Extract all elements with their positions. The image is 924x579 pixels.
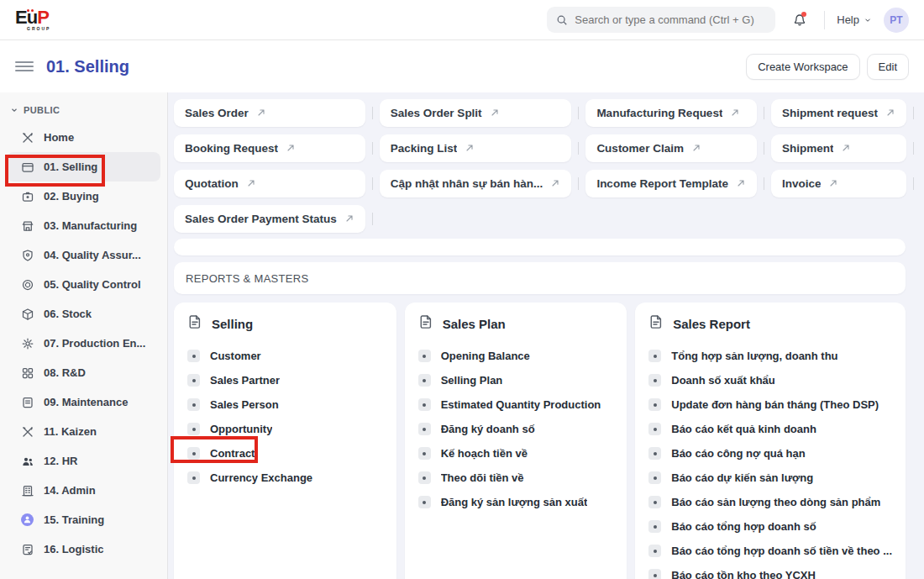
building-icon (20, 483, 34, 497)
link-currency-exchange[interactable]: Currency Exchange (187, 466, 383, 490)
reports-masters-header: REPORTS & MASTERS (174, 262, 906, 294)
search-input[interactable] (575, 13, 766, 26)
link-k-ho-ch-ti-n-v[interactable]: Kế hoạch tiền về (418, 441, 614, 466)
sidebar-item-06-stock[interactable]: 06. Stock (7, 299, 160, 329)
link-customer[interactable]: Customer (187, 344, 383, 368)
link-contract[interactable]: Contract (187, 441, 383, 466)
link-label: Sales Person (210, 398, 279, 411)
bullet-icon (648, 447, 661, 460)
sidebar-item-04-quality-assur[interactable]: 04. Quality Assur... (7, 240, 160, 270)
sidebar-item-label: 01. Selling (44, 161, 97, 173)
sidebar-item-03-manufacturing[interactable]: 03. Manufacturing (7, 211, 160, 240)
link-label: Update đơn hàng bán tháng (Theo DSP) (671, 398, 879, 411)
link-ng-k-s-n-l-ng-s-n-xu-t[interactable]: Đăng ký sản lượng sản xuất (418, 490, 614, 514)
gear-icon (20, 336, 34, 350)
sidebar-toggle-icon[interactable] (15, 58, 34, 75)
link-label: Tổng hợp sản lượng, doanh thu (671, 350, 837, 362)
link-label: Đăng ký doanh số (441, 423, 535, 435)
shortcut-manufacturing-request[interactable]: Manufacturing Request (585, 99, 757, 127)
create-workspace-button[interactable]: Create Workspace (746, 54, 859, 80)
sidebar-item-label: 11. Kaizen (44, 425, 97, 438)
link-b-o-c-o-t-ng-h-p-doanh-s-ti-n-v-theo[interactable]: Báo cáo tổng hợp doanh số tiền về theo .… (648, 539, 892, 563)
help-menu[interactable]: Help (837, 13, 872, 26)
shortcut-packing-list[interactable]: Packing List (380, 134, 572, 162)
app-logo[interactable]: EuP GROUP (15, 8, 50, 31)
link-b-o-c-o-t-n-kho-theo-ycxh[interactable]: Báo cáo tồn kho theo YCXH (648, 563, 892, 579)
global-search[interactable] (547, 7, 775, 33)
shortcut-sales-order[interactable]: Sales Order (174, 99, 365, 127)
open-link-icon (246, 176, 256, 192)
sidebar-item-12-hr[interactable]: 12. HR (7, 446, 160, 476)
sidebar-item-09-maintenance[interactable]: 09. Maintenance (7, 387, 160, 417)
shortcut-sales-order-split[interactable]: Sales Order Split (380, 99, 572, 127)
link-label: Currency Exchange (210, 471, 312, 484)
link-b-o-c-o-k-t-qu-kinh-doanh[interactable]: Báo cáo kết quả kinh doanh (648, 417, 892, 441)
link-b-o-c-o-c-ng-n-qu-h-n[interactable]: Báo cáo công nợ quá hạn (648, 441, 892, 466)
open-link-icon (730, 106, 740, 121)
masters-columns: SellingCustomerSales PartnerSales Person… (174, 303, 906, 579)
sidebar-item-14-admin[interactable]: 14. Admin (7, 476, 160, 505)
open-link-icon (550, 176, 560, 192)
sidebar-item-02-buying[interactable]: 02. Buying (7, 182, 160, 211)
sidebar-item-label: 07. Production En... (44, 337, 145, 350)
buying-icon (20, 189, 34, 203)
sidebar-item-08-r-d[interactable]: 08. R&D (7, 358, 160, 387)
link-label: Báo cáo tồn kho theo YCXH (671, 569, 816, 579)
sidebar-section-public[interactable]: PUBLIC (0, 97, 167, 123)
link-sales-partner[interactable]: Sales Partner (187, 368, 383, 392)
link-update-n-h-ng-b-n-th-ng-theo-dsp[interactable]: Update đơn hàng bán tháng (Theo DSP) (648, 392, 892, 417)
sidebar-item-11-kaizen[interactable]: 11. Kaizen (7, 417, 160, 446)
shortcut-shipment[interactable]: Shipment (771, 134, 906, 162)
file-icon (187, 314, 202, 333)
sidebar: PUBLIC Home01. Selling02. Buying03. Manu… (0, 92, 168, 579)
link-sales-person[interactable]: Sales Person (187, 392, 383, 417)
sidebar-item-16-logistic[interactable]: 16. Logistic (7, 534, 160, 564)
tools-icon (20, 424, 34, 439)
shortcut-c-p-nh-t-nh-n-s-b-n-h-n[interactable]: Cập nhật nhân sự bán hàn... (380, 170, 572, 197)
link-label: Báo cáo tổng hợp doanh số tiền về theo .… (671, 545, 892, 557)
sidebar-item-label: 15. Training (44, 513, 104, 526)
user-avatar[interactable]: PT (884, 8, 909, 33)
sidebar-item-home[interactable]: Home (7, 123, 160, 152)
link-opening-balance[interactable]: Opening Balance (418, 344, 614, 368)
link-t-ng-h-p-s-n-l-ng-doanh-thu[interactable]: Tổng hợp sản lượng, doanh thu (648, 344, 892, 368)
chevron-down-icon (864, 16, 872, 24)
link-label: Kế hoạch tiền về (441, 447, 528, 460)
shortcut-invoice[interactable]: Invoice (771, 170, 906, 197)
sidebar-item-07-production-en[interactable]: 07. Production En... (7, 329, 160, 358)
chevron-down-icon (10, 106, 18, 114)
link-b-o-c-o-d-ki-n-s-n-l-ng[interactable]: Báo cáo dự kiến sản lượng (648, 466, 892, 490)
shortcut-label: Income Report Template (596, 177, 728, 190)
shortcut-quotation[interactable]: Quotation (174, 170, 365, 197)
link-doanh-s-xu-t-kh-u[interactable]: Doanh số xuất khẩu (648, 368, 892, 392)
link-ng-k-doanh-s[interactable]: Đăng ký doanh số (418, 417, 614, 441)
sidebar-item-05-quality-control[interactable]: 05. Quality Control (7, 270, 160, 299)
shortcut-customer-claim[interactable]: Customer Claim (585, 134, 757, 162)
link-opportunity[interactable]: Opportunity (187, 417, 383, 441)
link-b-o-c-o-t-ng-h-p-doanh-s[interactable]: Báo cáo tổng hợp doanh số (648, 514, 892, 539)
link-b-o-c-o-s-n-l-ng-theo-d-ng-s-n-ph-m[interactable]: Báo cáo sản lượng theo dòng sản phẩm (648, 490, 892, 514)
sidebar-item-label: 04. Quality Assur... (44, 249, 141, 261)
link-label: Báo cáo sản lượng theo dòng sản phẩm (671, 496, 880, 508)
shortcut-income-report-template[interactable]: Income Report Template (585, 170, 757, 197)
sidebar-item-01-selling[interactable]: 01. Selling (7, 152, 160, 182)
shortcut-shipment-request[interactable]: Shipment request (771, 99, 906, 127)
bullet-icon (648, 374, 661, 387)
shortcut-sales-order-payment-status[interactable]: Sales Order Payment Status (174, 205, 365, 233)
link-label: Báo cáo công nợ quá hạn (671, 447, 805, 460)
sidebar-item-label: 14. Admin (44, 484, 96, 497)
link-selling-plan[interactable]: Selling Plan (418, 368, 614, 392)
shortcut-label: Manufacturing Request (596, 107, 722, 119)
edit-button[interactable]: Edit (867, 54, 909, 80)
bullet-icon (648, 471, 661, 484)
notifications-bell-icon[interactable] (787, 8, 812, 33)
sidebar-item-15-training[interactable]: 15. Training (7, 505, 160, 534)
bullet-icon (648, 545, 661, 557)
link-label: Báo cáo kết quả kinh doanh (671, 423, 816, 435)
shortcut-booking-request[interactable]: Booking Request (174, 134, 365, 162)
sidebar-item-label: 09. Maintenance (44, 396, 128, 408)
open-link-icon (286, 141, 296, 156)
link-theo-d-i-ti-n-v[interactable]: Theo dõi tiền về (418, 466, 614, 490)
link-estimated-quantity-production[interactable]: Estimated Quantity Production (418, 392, 614, 417)
link-label: Contract (210, 447, 255, 460)
